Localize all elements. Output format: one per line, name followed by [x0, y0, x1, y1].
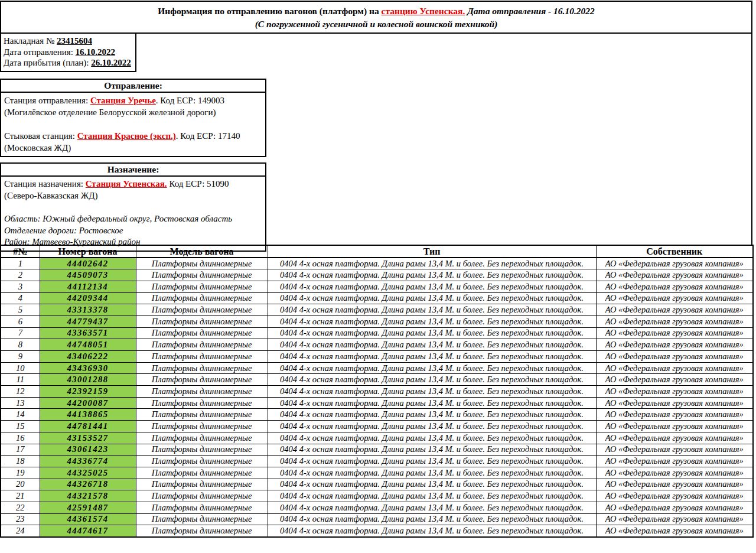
- table-row: 1043436930Платформы длинномерные0404 4-х…: [1, 362, 753, 374]
- junction-station-label: Стыковая станция:: [4, 131, 77, 141]
- destination-box-header: Назначение:: [1, 164, 265, 177]
- wagon-model-cell: Платформы длинномерные: [136, 513, 268, 525]
- row-index-cell: 24: [1, 525, 40, 537]
- wagon-owner-cell: АО «Федеральная грузовая компания»: [596, 525, 753, 537]
- wagon-model-cell: Платформы длинномерные: [136, 258, 268, 269]
- row-index-cell: 15: [1, 421, 40, 432]
- wagon-type-cell: 0404 4-х осная платформа. Длина рамы 13,…: [268, 456, 596, 467]
- wagon-owner-cell: АО «Федеральная грузовая компания»: [596, 467, 753, 479]
- page-right-border: [751, 34, 752, 245]
- row-index-cell: 2: [1, 269, 40, 281]
- wagon-type-cell: 0404 4-х осная платформа. Длина рамы 13,…: [268, 281, 596, 292]
- wagon-type-cell: 0404 4-х осная платформа. Длина рамы 13,…: [268, 362, 596, 374]
- wagon-model-cell: Платформы длинномерные: [136, 292, 268, 304]
- wagon-number-cell: 44321578: [40, 490, 136, 502]
- header-index: #№: [1, 245, 40, 258]
- title-departure-date: Дата отправления - 16.10.2022: [465, 6, 594, 16]
- wagon-model-cell: Платформы длинномерные: [136, 386, 268, 398]
- wagon-model-cell: Платформы длинномерные: [136, 362, 268, 374]
- wagon-type-cell: 0404 4-х осная платформа. Длина рамы 13,…: [268, 351, 596, 363]
- spacer: [4, 118, 262, 130]
- departure-station-note: (Могилёвское отделение Белорусской желез…: [4, 106, 262, 118]
- wagon-type-cell: 0404 4-х осная платформа. Длина рамы 13,…: [268, 327, 596, 339]
- table-row: 244509073Платформы длинномерные0404 4-х …: [1, 269, 753, 281]
- header-wagon-model: Модель вагона: [136, 245, 268, 258]
- wagon-number-cell: 44361574: [40, 513, 136, 525]
- departure-box: Отправление: Станция отправления: Станци…: [0, 79, 266, 157]
- departure-station-line: Станция отправления: Станция Уречье. Код…: [4, 95, 262, 106]
- wagon-number-cell: 44748051: [40, 339, 136, 351]
- wagon-number-cell: 44326718: [40, 479, 136, 490]
- wagon-type-cell: 0404 4-х осная платформа. Длина рамы 13,…: [268, 258, 596, 269]
- row-index-cell: 10: [1, 362, 40, 374]
- row-index-cell: 6: [1, 315, 40, 327]
- wagon-model-cell: Платформы длинномерные: [136, 490, 268, 502]
- wagon-model-cell: Платформы длинномерные: [136, 456, 268, 467]
- departure-station-code: . Код ЕСР: 149003: [156, 96, 224, 105]
- wagon-type-cell: 0404 4-х осная платформа. Длина рамы 13,…: [268, 397, 596, 409]
- wagon-number-cell: 43313378: [40, 304, 136, 316]
- wagon-number-cell: 44474617: [40, 525, 136, 537]
- table-row: 1844336774Платформы длинномерные0404 4-х…: [1, 456, 753, 467]
- wagon-owner-cell: АО «Федеральная грузовая компания»: [596, 397, 753, 409]
- wagon-owner-cell: АО «Федеральная грузовая компания»: [596, 281, 753, 292]
- wagon-type-cell: 0404 4-х осная платформа. Длина рамы 13,…: [268, 409, 596, 421]
- wagon-owner-cell: АО «Федеральная грузовая компания»: [596, 292, 753, 304]
- table-row: 1743061423Платформы длинномерные0404 4-х…: [1, 444, 753, 456]
- destination-station-line: Станция назначения: Станция Успенская. К…: [4, 178, 262, 190]
- table-row: 1143001288Платформы длинномерные0404 4-х…: [1, 374, 753, 386]
- wagon-number-cell: 44336774: [40, 456, 136, 467]
- wagon-number-cell: 44325025: [40, 467, 136, 479]
- table-row: 2044326718Платформы длинномерные0404 4-х…: [1, 479, 753, 490]
- wagon-model-cell: Платформы длинномерные: [136, 374, 268, 386]
- wagon-number-cell: 42591487: [40, 502, 136, 513]
- row-index-cell: 12: [1, 386, 40, 398]
- waybill-arrival-line: Дата прибытия (план): 26.10.2022: [4, 57, 133, 69]
- wagon-owner-cell: АО «Федеральная грузовая компания»: [596, 421, 753, 432]
- row-index-cell: 23: [1, 513, 40, 525]
- wagon-type-cell: 0404 4-х осная платформа. Длина рамы 13,…: [268, 304, 596, 316]
- row-index-cell: 11: [1, 374, 40, 386]
- table-row: 644779437Платформы длинномерные0404 4-х …: [1, 315, 753, 327]
- title-band: Информация по отправлению вагонов (платф…: [0, 1, 752, 34]
- row-index-cell: 4: [1, 292, 40, 304]
- table-row: 444209344Платформы длинномерные0404 4-х …: [1, 292, 753, 304]
- destination-box: Назначение: Станция назначения: Станция …: [0, 162, 266, 252]
- table-row: 1242392159Платформы длинномерные0404 4-х…: [1, 386, 753, 398]
- wagon-type-cell: 0404 4-х осная платформа. Длина рамы 13,…: [268, 315, 596, 327]
- table-row: 344112134Платформы длинномерные0404 4-х …: [1, 281, 753, 292]
- wagon-type-cell: 0404 4-х осная платформа. Длина рамы 13,…: [268, 432, 596, 444]
- wagon-owner-cell: АО «Федеральная грузовая компания»: [596, 432, 753, 444]
- row-index-cell: 1: [1, 258, 40, 269]
- table-row: 943406222Платформы длинномерные0404 4-х …: [1, 351, 753, 363]
- wagon-model-cell: Платформы длинномерные: [136, 479, 268, 490]
- row-index-cell: 19: [1, 467, 40, 479]
- wagon-number-cell: 44209344: [40, 292, 136, 304]
- wagon-owner-cell: АО «Федеральная грузовая компания»: [596, 456, 753, 467]
- destination-region: Область: Южный федеральный округ, Ростов…: [4, 213, 262, 225]
- wagon-owner-cell: АО «Федеральная грузовая компания»: [596, 351, 753, 363]
- row-index-cell: 16: [1, 432, 40, 444]
- destination-station-code: Код ЕСР: 51090: [167, 179, 229, 188]
- table-row: 543313378Платформы длинномерные0404 4-х …: [1, 304, 753, 316]
- wagon-type-cell: 0404 4-х осная платформа. Длина рамы 13,…: [268, 502, 596, 513]
- wagon-number-cell: 43061423: [40, 444, 136, 456]
- page-title: Информация по отправлению вагонов (платф…: [1, 5, 751, 18]
- row-index-cell: 14: [1, 409, 40, 421]
- wagon-model-cell: Платформы длинномерные: [136, 281, 268, 292]
- wagon-number-cell: 44200087: [40, 397, 136, 409]
- wagon-owner-cell: АО «Федеральная грузовая компания»: [596, 269, 753, 281]
- wagon-number-cell: 44138865: [40, 409, 136, 421]
- wagon-type-cell: 0404 4-х осная платформа. Длина рамы 13,…: [268, 467, 596, 479]
- destination-station-note: (Северо-Кавказская ЖД): [4, 190, 262, 202]
- waybill-departure-value: 16.10.2022: [76, 47, 116, 57]
- row-index-cell: 21: [1, 490, 40, 502]
- table-row: 1643153527Платформы длинномерные0404 4-х…: [1, 432, 753, 444]
- row-index-cell: 5: [1, 304, 40, 316]
- wagon-type-cell: 0404 4-х осная платформа. Длина рамы 13,…: [268, 513, 596, 525]
- table-row: 743363571Платформы длинномерные0404 4-х …: [1, 327, 753, 339]
- wagon-owner-cell: АО «Федеральная грузовая компания»: [596, 339, 753, 351]
- wagon-type-cell: 0404 4-х осная платформа. Длина рамы 13,…: [268, 421, 596, 432]
- destination-division: Отделение дороги: Ростовское: [4, 225, 262, 237]
- waybill-arrival-label: Дата прибытия (план):: [4, 58, 91, 67]
